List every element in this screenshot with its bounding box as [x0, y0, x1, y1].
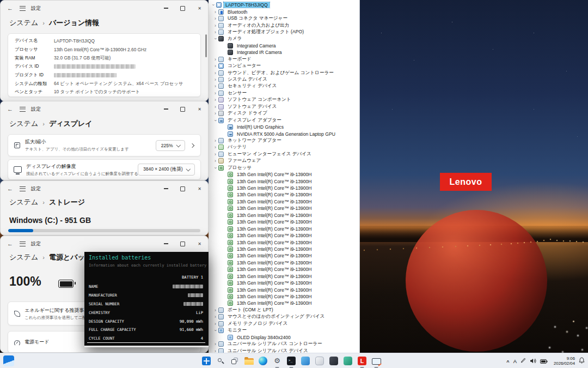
- device-tree-item[interactable]: Integrated Camera: [209, 43, 359, 49]
- device-tree-item[interactable]: ›ポート (COM と LPT): [209, 307, 359, 313]
- scrollbar[interactable]: [205, 34, 207, 57]
- taskbar-app-slot[interactable]: [257, 355, 269, 367]
- expand-arrow-icon[interactable]: ›: [212, 341, 218, 347]
- maximize-button[interactable]: [174, 101, 191, 117]
- minimize-button[interactable]: [157, 236, 174, 251]
- navigation-menu-icon[interactable]: [20, 6, 26, 11]
- device-tree-item[interactable]: 13th Gen Intel(R) Core™ i9-13900H: [209, 212, 359, 219]
- taskbar-app-slot[interactable]: [229, 355, 241, 367]
- expand-arrow-icon[interactable]: ›: [212, 63, 218, 69]
- close-button[interactable]: ✕: [191, 236, 208, 251]
- device-tree-item[interactable]: ›ユニバーサル シリアル バス デバイス: [209, 347, 359, 353]
- taskbar-app-slot[interactable]: [370, 355, 382, 367]
- maximize-button[interactable]: [174, 236, 191, 251]
- device-tree-item[interactable]: NVIDIA RTX 5000 Ada Generation Laptop GP…: [209, 130, 359, 137]
- device-tree-item[interactable]: 13th Gen Intel(R) Core™ i9-13900H: [209, 252, 359, 259]
- device-tree-item[interactable]: 13th Gen Intel(R) Core™ i9-13900H: [209, 239, 359, 245]
- device-tree-item[interactable]: 13th Gen Intel(R) Core™ i9-13900H: [209, 198, 359, 205]
- hidden-icons-chevron-icon[interactable]: ^: [506, 359, 509, 365]
- taskbar-app-slot[interactable]: [200, 355, 212, 367]
- taskbar-app-slot[interactable]: [342, 355, 354, 367]
- navigation-menu-icon[interactable]: [20, 107, 26, 112]
- close-button[interactable]: ✕: [191, 1, 208, 16]
- device-tree-item[interactable]: 13th Gen Intel(R) Core™ i9-13900H: [209, 273, 359, 280]
- device-tree-item[interactable]: ›メモリ テクノロジ デバイス: [209, 321, 359, 327]
- expand-arrow-icon[interactable]: ›: [212, 96, 218, 103]
- taskbar-corner-app-icon[interactable]: [3, 355, 14, 366]
- pen-icon[interactable]: [520, 356, 526, 366]
- maximize-button[interactable]: [174, 1, 191, 16]
- expand-arrow-icon[interactable]: ›: [212, 110, 218, 117]
- expand-arrow-icon[interactable]: ›: [212, 15, 218, 22]
- expand-arrow-icon[interactable]: ›: [212, 151, 218, 158]
- title-bar[interactable]: ← 設定 ✕: [1, 181, 208, 196]
- taskbar-app-slot[interactable]: [215, 355, 226, 367]
- device-tree-item[interactable]: Integrated IR Camera: [209, 49, 359, 56]
- device-tree-item[interactable]: Intel(R) UHD Graphics: [209, 124, 359, 130]
- device-tree-item[interactable]: ›コンピューター: [209, 63, 359, 69]
- expand-arrow-icon[interactable]: ›: [212, 348, 218, 353]
- device-tree-item[interactable]: 13th Gen Intel(R) Core™ i9-13900H: [209, 205, 359, 212]
- taskbar-app-slot[interactable]: [328, 355, 340, 367]
- minimize-button[interactable]: [157, 181, 174, 196]
- back-button[interactable]: ←: [7, 106, 13, 112]
- device-tree-item[interactable]: ›カメラ: [209, 35, 359, 42]
- device-tree-item[interactable]: ›ユニバーサル シリアル バス コントローラー: [209, 341, 359, 347]
- breadcrumb-system[interactable]: システム: [9, 18, 38, 28]
- device-tree-item[interactable]: ›キーボード: [209, 56, 359, 63]
- device-tree-item[interactable]: ›ディスプレイ アダプター: [209, 117, 359, 123]
- breadcrumb-system[interactable]: システム: [9, 119, 38, 129]
- breadcrumb-system[interactable]: システム: [9, 252, 38, 262]
- device-tree-item[interactable]: ›LAPTOP-T8H3JIQQ: [209, 2, 359, 8]
- expand-arrow-icon[interactable]: ›: [212, 313, 218, 320]
- device-tree-item[interactable]: ›システム デバイス: [209, 76, 359, 83]
- collapse-arrow-icon[interactable]: ›: [210, 2, 217, 8]
- taskbar-clock[interactable]: 9:06 2026/02/04: [554, 356, 575, 366]
- close-button[interactable]: ✕: [191, 101, 208, 117]
- expand-arrow-icon[interactable]: ›: [212, 144, 218, 150]
- expand-arrow-icon[interactable]: ›: [212, 83, 218, 89]
- device-tree-item[interactable]: ›モニター: [209, 327, 359, 334]
- device-tree-item[interactable]: 13th Gen Intel(R) Core™ i9-13900H: [209, 280, 359, 286]
- battery-tray-icon[interactable]: [540, 356, 548, 366]
- expand-arrow-icon[interactable]: ›: [212, 76, 218, 83]
- expand-arrow-icon[interactable]: ›: [212, 90, 218, 96]
- device-tree-item[interactable]: ›ネットワーク アダプター: [209, 137, 359, 144]
- device-tree-item[interactable]: ›ヒューマン インターフェイス デバイス: [209, 151, 359, 158]
- device-tree-item[interactable]: ›オーディオ処理オブジェクト (APO): [209, 29, 359, 35]
- resolution-card[interactable]: ディスプレイの解像度 接続されているディスプレイに合うように解像度を調整する 3…: [8, 159, 201, 180]
- title-bar[interactable]: ← 設定 ✕: [1, 236, 208, 251]
- minimize-button[interactable]: [157, 101, 174, 117]
- device-tree-item[interactable]: 13th Gen Intel(R) Core™ i9-13900H: [209, 246, 359, 252]
- close-button[interactable]: ✕: [191, 181, 208, 196]
- title-bar[interactable]: ← 設定 ✕: [1, 101, 208, 117]
- back-button[interactable]: ←: [7, 240, 13, 247]
- back-button[interactable]: ←: [7, 185, 13, 192]
- expand-arrow-icon[interactable]: ›: [212, 307, 218, 313]
- expand-arrow-icon[interactable]: ›: [212, 70, 218, 76]
- device-tree-item[interactable]: ›センサー: [209, 90, 359, 96]
- expand-arrow-icon[interactable]: ›: [212, 321, 218, 327]
- notification-bell-icon[interactable]: [579, 356, 585, 366]
- title-bar[interactable]: ← 設定 ✕: [1, 1, 208, 16]
- expand-arrow-icon[interactable]: ›: [212, 29, 218, 35]
- device-tree-item[interactable]: 13th Gen Intel(R) Core™ i9-13900H: [209, 300, 359, 306]
- device-tree-item[interactable]: ›バッテリ: [209, 144, 359, 150]
- device-tree-item[interactable]: ›セキュリティ デバイス: [209, 83, 359, 89]
- taskbar-app-slot[interactable]: L: [356, 355, 368, 367]
- expand-arrow-icon[interactable]: ›: [212, 9, 218, 15]
- breadcrumb-system[interactable]: システム: [9, 197, 38, 207]
- collapse-arrow-icon[interactable]: ›: [212, 117, 219, 123]
- device-tree-item[interactable]: 13th Gen Intel(R) Core™ i9-13900H: [209, 225, 359, 232]
- expand-arrow-icon[interactable]: ›: [212, 137, 218, 144]
- back-button[interactable]: ←: [7, 5, 13, 11]
- device-tree-item[interactable]: 13th Gen Intel(R) Core™ i9-13900H: [209, 286, 359, 293]
- device-tree-item[interactable]: 13th Gen Intel(R) Core™ i9-13900H: [209, 171, 359, 178]
- device-tree-item[interactable]: 13th Gen Intel(R) Core™ i9-13900H: [209, 219, 359, 225]
- device-tree-item[interactable]: ›ソフトウェア デバイス: [209, 104, 359, 110]
- taskbar-app-slot[interactable]: [243, 355, 255, 367]
- minimize-button[interactable]: [157, 1, 174, 16]
- taskbar-app-slot[interactable]: [314, 355, 326, 367]
- taskbar-app-slot[interactable]: [271, 355, 283, 367]
- device-tree-item[interactable]: 13th Gen Intel(R) Core™ i9-13900H: [209, 293, 359, 300]
